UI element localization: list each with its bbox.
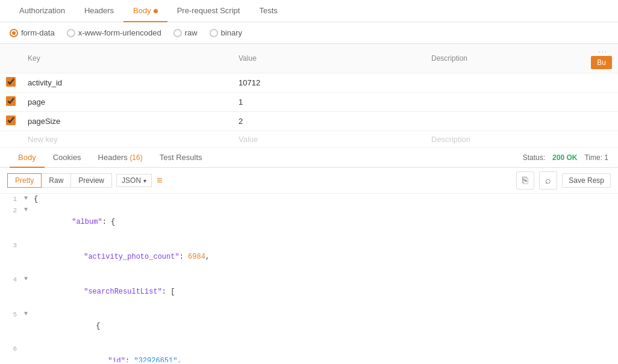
- col-header-desc: Description: [425, 44, 582, 73]
- desc-cell-pagesize: [425, 112, 582, 131]
- radio-binary[interactable]: binary: [210, 28, 242, 37]
- response-status-area: Status: 200 OK Time: 1: [523, 153, 608, 162]
- radio-urlencoded[interactable]: x-www-form-urlencoded: [67, 28, 161, 37]
- actions-cell-pagesize: [582, 112, 618, 131]
- actions-cell-page: [582, 93, 618, 112]
- line-num: 3: [0, 240, 24, 251]
- row-checkbox-page[interactable]: [6, 96, 16, 106]
- desc-cell-activity-id: [425, 73, 582, 93]
- tab-headers[interactable]: Headers: [75, 0, 123, 22]
- pretty-button[interactable]: Pretty: [7, 173, 42, 188]
- key-cell-activity-id: activity_id: [28, 78, 62, 87]
- radio-circle-urlencoded: [67, 29, 75, 37]
- bulk-button[interactable]: Bu: [591, 56, 612, 69]
- table-row: pageSize 2: [0, 112, 618, 131]
- value-cell-page: 1: [239, 97, 243, 106]
- line-num: 4: [0, 274, 24, 286]
- new-row-actions: [582, 131, 618, 148]
- row-checkbox-activity-id[interactable]: [6, 77, 16, 87]
- new-key-placeholder: New key: [28, 135, 58, 144]
- new-value-placeholder: Value: [239, 135, 258, 144]
- json-line: 5 ▼ {: [0, 309, 618, 344]
- col-header-checkbox: [0, 44, 22, 73]
- new-desc-placeholder: Description: [431, 135, 470, 144]
- row-checkbox-pagesize[interactable]: [6, 116, 16, 125]
- tab-authorization[interactable]: Authorization: [10, 0, 75, 22]
- tab-pre-request[interactable]: Pre-request Script: [167, 0, 250, 22]
- table-row: activity_id 10712: [0, 73, 618, 93]
- line-toggle: [24, 344, 34, 353]
- col-header-actions: ··· Bu: [582, 44, 618, 73]
- format-actions: ⎘ ⌕ Save Resp: [516, 171, 611, 190]
- key-cell-page: page: [28, 97, 45, 106]
- headers-badge: (16): [130, 153, 142, 162]
- response-tabs-bar: Body Cookies Headers (16) Test Results S…: [0, 148, 618, 168]
- radio-raw[interactable]: raw: [173, 28, 198, 37]
- radio-form-data[interactable]: form-data: [10, 28, 55, 37]
- line-content: {: [34, 194, 618, 205]
- top-tabs-bar: Authorization Headers Body Pre-request S…: [0, 0, 618, 22]
- line-toggle[interactable]: ▼: [24, 309, 34, 319]
- resp-tab-headers[interactable]: Headers (16): [90, 148, 151, 168]
- json-line: 3 "activity_photo_count": 6984,: [0, 240, 618, 275]
- wrap-icon[interactable]: ≡: [157, 175, 162, 186]
- radio-circle-form-data: [10, 29, 18, 37]
- json-line: 2 ▼ "album": {: [0, 205, 618, 240]
- three-dots-icon: ···: [598, 48, 608, 56]
- copy-icon[interactable]: ⎘: [516, 171, 534, 190]
- json-line: 6 "id": "32926651",: [0, 344, 618, 362]
- line-toggle[interactable]: ▼: [24, 274, 34, 284]
- line-toggle[interactable]: ▼: [24, 205, 34, 215]
- line-toggle: [24, 240, 34, 250]
- body-type-row: form-data x-www-form-urlencoded raw bina…: [0, 22, 618, 44]
- col-header-value: Value: [233, 44, 425, 73]
- key-cell-pagesize: pageSize: [28, 117, 60, 126]
- resp-tab-test-results[interactable]: Test Results: [151, 148, 211, 168]
- chevron-down-icon: ▾: [143, 177, 146, 184]
- json-viewer[interactable]: 1 ▼ { 2 ▼ "album": { 3 "activity_photo_c…: [0, 194, 618, 362]
- new-key-row: New key Value Description: [0, 131, 618, 148]
- actions-cell-activity-id: [582, 73, 618, 93]
- line-content: {: [34, 309, 618, 344]
- body-dot: [154, 9, 158, 13]
- value-cell-activity-id: 10712: [239, 78, 260, 87]
- line-toggle[interactable]: ▼: [24, 194, 34, 203]
- json-line: 4 ▼ "searchResultList": [: [0, 274, 618, 309]
- line-num: 1: [0, 194, 24, 205]
- desc-cell-page: [425, 93, 582, 112]
- json-line: 1 ▼ {: [0, 194, 618, 205]
- line-num: 6: [0, 344, 24, 355]
- value-cell-pagesize: 2: [239, 117, 243, 126]
- params-table-container: Key Value Description ··· Bu activity_id…: [0, 44, 618, 148]
- tab-tests[interactable]: Tests: [249, 0, 287, 22]
- line-num: 5: [0, 309, 24, 321]
- preview-button[interactable]: Preview: [70, 173, 112, 188]
- format-bar: Pretty Raw Preview JSON ▾ ≡ ⎘ ⌕ Save Res…: [0, 168, 618, 194]
- line-content: "searchResultList": [: [34, 274, 618, 309]
- line-content: "activity_photo_count": 6984,: [34, 240, 618, 275]
- tab-body[interactable]: Body: [123, 0, 167, 22]
- resp-tab-body[interactable]: Body: [10, 148, 45, 168]
- status-ok-value: 200 OK: [552, 153, 577, 162]
- raw-button[interactable]: Raw: [41, 173, 71, 188]
- line-num: 2: [0, 205, 24, 217]
- search-icon[interactable]: ⌕: [539, 171, 557, 190]
- radio-circle-binary: [210, 29, 218, 37]
- table-row: page 1: [0, 93, 618, 112]
- line-content: "id": "32926651",: [34, 344, 618, 362]
- radio-circle-raw: [173, 29, 182, 37]
- save-response-button[interactable]: Save Resp: [562, 173, 611, 188]
- resp-tab-cookies[interactable]: Cookies: [45, 148, 90, 168]
- json-format-select[interactable]: JSON ▾: [116, 174, 152, 187]
- line-content: "album": {: [34, 205, 618, 240]
- col-header-key: Key: [22, 44, 233, 73]
